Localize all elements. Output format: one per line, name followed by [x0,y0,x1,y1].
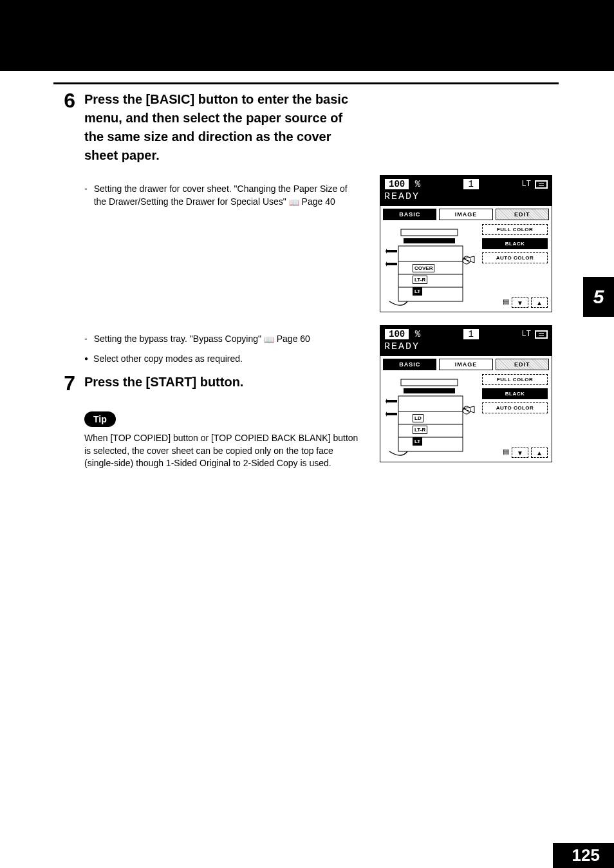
note-text: Setting the drawer for cover sheet. "Cha… [94,183,355,209]
status-ready: READY [384,191,548,202]
arrow-up-button[interactable]: ▲ [531,448,548,458]
drawer-label-1: LD [413,414,423,422]
tab-edit[interactable]: EDIT [496,359,549,370]
tab-basic[interactable]: BASIC [383,359,436,370]
section-tab: 5 [583,277,614,317]
orientation-icon [535,180,548,189]
dash-icon: - [84,183,88,196]
tabs: BASIC IMAGE EDIT [380,356,552,370]
page-number: 125 [553,843,614,868]
screen-panel-a: 100 % 1 LT READY BASIC IMAGE EDIT [380,175,552,312]
step-6: 6 Press the [BASIC] button to enter the … [61,90,552,165]
page-content: 6 Press the [BASIC] button to enter the … [61,90,552,470]
svg-rect-1 [404,238,455,243]
svg-rect-7 [401,379,458,386]
arrow-down-button[interactable]: ▼ [512,448,528,458]
arrow-up-button[interactable]: ▲ [531,297,548,308]
quantity-value: 1 [463,178,479,190]
drawer-label-2: LT-R [413,426,427,434]
device-illustration: LD LT-R LT [384,374,479,458]
tab-basic[interactable]: BASIC [383,209,436,220]
drawer-label-3: LT [413,287,422,296]
full-color-button[interactable]: FULL COLOR [482,224,548,235]
bullet-text: Select other copy modes as required. [93,354,243,364]
tab-image[interactable]: IMAGE [439,209,492,220]
tip-badge: Tip [84,411,116,427]
arrow-down-button[interactable]: ▼ [512,297,528,308]
black-button[interactable]: BLACK [482,238,548,249]
horizontal-rule [53,82,559,84]
bypass-icon: ▤ [503,448,509,458]
auto-color-button[interactable]: AUTO COLOR [482,252,548,263]
device-illustration: COVER LT-R LT [384,224,479,308]
page-header-band [0,0,614,71]
bypass-icon: ▤ [503,297,509,308]
step6-bullet: ● Select other copy modes as required. [84,354,380,364]
drawer-label-2: LT-R [413,276,427,284]
full-color-button[interactable]: FULL COLOR [482,374,548,385]
step-7: 7 Press the [START] button. [61,373,380,393]
step-number: 6 [61,90,75,111]
step-title: Press the [BASIC] button to enter the ba… [84,90,355,165]
quantity-value: 1 [463,328,479,340]
svg-rect-2 [398,246,463,301]
step-title: Press the [START] button. [84,373,243,392]
panel-header: 100 % 1 LT READY [380,176,552,206]
svg-rect-8 [404,388,455,393]
book-icon: 📖 [264,334,274,346]
dash-icon: - [84,333,88,346]
step6-note2: - Setting the bypass tray. "Bypass Copyi… [84,333,355,346]
note-text: Setting the bypass tray. "Bypass Copying… [94,333,310,346]
percent-label: % [415,179,420,189]
ratio-value: 100 [384,328,409,340]
ratio-value: 100 [384,178,409,190]
book-icon: 📖 [289,197,299,209]
bullet-icon: ● [84,354,88,364]
auto-color-button[interactable]: AUTO COLOR [482,402,548,413]
status-ready: READY [384,341,548,352]
tip-text: When [TOP COPIED] button or [TOP COPIED … [84,432,361,470]
paper-size-display: LT [522,180,548,189]
step-number: 7 [61,373,75,393]
orientation-icon [535,330,548,339]
tabs: BASIC IMAGE EDIT [380,206,552,220]
screen-panel-b: 100 % 1 LT READY BASIC IMAGE EDIT [380,325,552,462]
step6-note1: - Setting the drawer for cover sheet. "C… [84,183,355,209]
tab-edit[interactable]: EDIT [496,209,549,220]
drawer-label-1: COVER [413,264,434,272]
panel-header: 100 % 1 LT READY [380,326,552,356]
tab-image[interactable]: IMAGE [439,359,492,370]
ratio-group: 100 % [384,179,420,189]
black-button[interactable]: BLACK [482,388,548,399]
drawer-label-3: LT [413,437,422,446]
ratio-group: 100 % [384,329,420,339]
paper-size-display: LT [522,330,548,339]
percent-label: % [415,329,420,339]
svg-rect-0 [401,229,458,236]
svg-rect-9 [398,396,463,451]
